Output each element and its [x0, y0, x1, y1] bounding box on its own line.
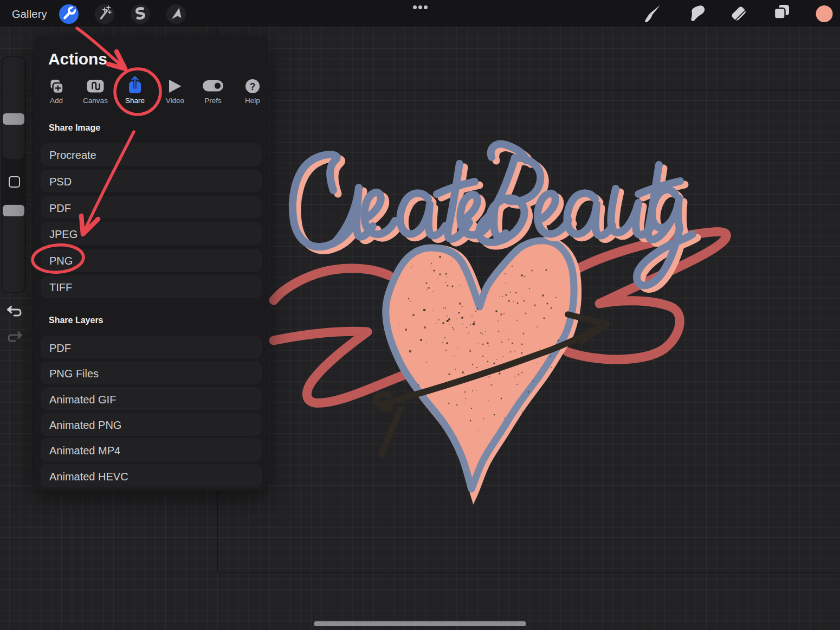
svg-text:?: ?: [250, 81, 256, 92]
